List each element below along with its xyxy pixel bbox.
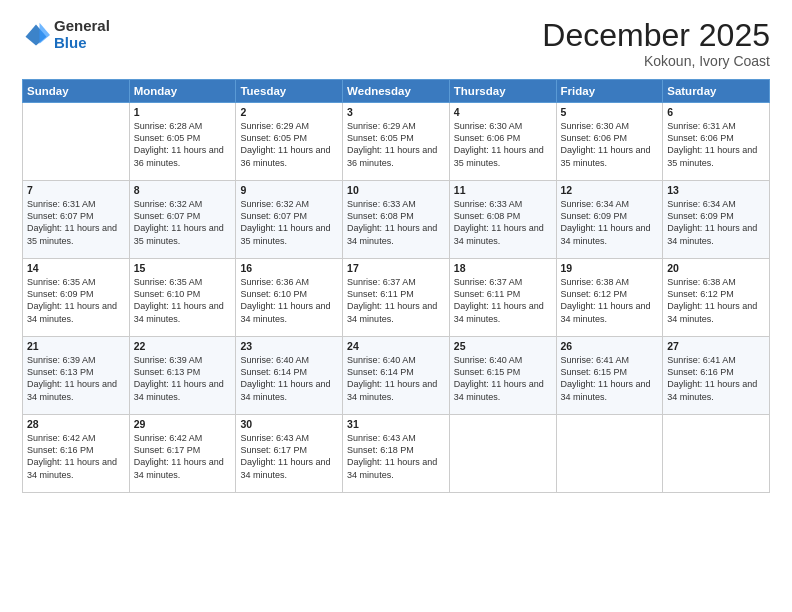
day-number: 5 [561, 106, 659, 118]
calendar-cell: 22 Sunrise: 6:39 AMSunset: 6:13 PMDaylig… [129, 337, 236, 415]
calendar-cell: 2 Sunrise: 6:29 AMSunset: 6:05 PMDayligh… [236, 103, 343, 181]
calendar-cell: 26 Sunrise: 6:41 AMSunset: 6:15 PMDaylig… [556, 337, 663, 415]
logo-text: General Blue [54, 18, 110, 51]
calendar-cell: 15 Sunrise: 6:35 AMSunset: 6:10 PMDaylig… [129, 259, 236, 337]
day-number: 2 [240, 106, 338, 118]
day-info: Sunrise: 6:30 AMSunset: 6:06 PMDaylight:… [561, 120, 659, 169]
day-info: Sunrise: 6:39 AMSunset: 6:13 PMDaylight:… [27, 354, 125, 403]
day-info: Sunrise: 6:28 AMSunset: 6:05 PMDaylight:… [134, 120, 232, 169]
calendar-cell: 19 Sunrise: 6:38 AMSunset: 6:12 PMDaylig… [556, 259, 663, 337]
calendar-week-row-2: 14 Sunrise: 6:35 AMSunset: 6:09 PMDaylig… [23, 259, 770, 337]
day-number: 11 [454, 184, 552, 196]
day-info: Sunrise: 6:40 AMSunset: 6:14 PMDaylight:… [347, 354, 445, 403]
day-number: 7 [27, 184, 125, 196]
calendar-cell: 31 Sunrise: 6:43 AMSunset: 6:18 PMDaylig… [343, 415, 450, 493]
day-number: 29 [134, 418, 232, 430]
calendar-cell [449, 415, 556, 493]
day-info: Sunrise: 6:32 AMSunset: 6:07 PMDaylight:… [240, 198, 338, 247]
day-info: Sunrise: 6:41 AMSunset: 6:16 PMDaylight:… [667, 354, 765, 403]
day-info: Sunrise: 6:41 AMSunset: 6:15 PMDaylight:… [561, 354, 659, 403]
location-subtitle: Kokoun, Ivory Coast [542, 53, 770, 69]
calendar-cell: 23 Sunrise: 6:40 AMSunset: 6:14 PMDaylig… [236, 337, 343, 415]
day-number: 18 [454, 262, 552, 274]
header-thursday: Thursday [449, 80, 556, 103]
day-number: 17 [347, 262, 445, 274]
logo-general-text: General [54, 18, 110, 35]
calendar-cell: 8 Sunrise: 6:32 AMSunset: 6:07 PMDayligh… [129, 181, 236, 259]
day-info: Sunrise: 6:32 AMSunset: 6:07 PMDaylight:… [134, 198, 232, 247]
header-wednesday: Wednesday [343, 80, 450, 103]
day-number: 10 [347, 184, 445, 196]
day-info: Sunrise: 6:38 AMSunset: 6:12 PMDaylight:… [667, 276, 765, 325]
header-friday: Friday [556, 80, 663, 103]
calendar-cell: 30 Sunrise: 6:43 AMSunset: 6:17 PMDaylig… [236, 415, 343, 493]
day-info: Sunrise: 6:34 AMSunset: 6:09 PMDaylight:… [667, 198, 765, 247]
calendar-cell: 1 Sunrise: 6:28 AMSunset: 6:05 PMDayligh… [129, 103, 236, 181]
calendar-cell: 21 Sunrise: 6:39 AMSunset: 6:13 PMDaylig… [23, 337, 130, 415]
calendar-cell: 27 Sunrise: 6:41 AMSunset: 6:16 PMDaylig… [663, 337, 770, 415]
calendar-cell: 16 Sunrise: 6:36 AMSunset: 6:10 PMDaylig… [236, 259, 343, 337]
calendar-week-row-0: 1 Sunrise: 6:28 AMSunset: 6:05 PMDayligh… [23, 103, 770, 181]
calendar-cell: 18 Sunrise: 6:37 AMSunset: 6:11 PMDaylig… [449, 259, 556, 337]
day-info: Sunrise: 6:40 AMSunset: 6:14 PMDaylight:… [240, 354, 338, 403]
calendar-cell [556, 415, 663, 493]
calendar-cell [663, 415, 770, 493]
day-info: Sunrise: 6:37 AMSunset: 6:11 PMDaylight:… [347, 276, 445, 325]
calendar-cell: 9 Sunrise: 6:32 AMSunset: 6:07 PMDayligh… [236, 181, 343, 259]
calendar-cell: 20 Sunrise: 6:38 AMSunset: 6:12 PMDaylig… [663, 259, 770, 337]
calendar-cell: 24 Sunrise: 6:40 AMSunset: 6:14 PMDaylig… [343, 337, 450, 415]
calendar-cell: 5 Sunrise: 6:30 AMSunset: 6:06 PMDayligh… [556, 103, 663, 181]
day-number: 22 [134, 340, 232, 352]
logo: General Blue [22, 18, 110, 51]
month-title: December 2025 [542, 18, 770, 53]
calendar-cell: 29 Sunrise: 6:42 AMSunset: 6:17 PMDaylig… [129, 415, 236, 493]
day-number: 26 [561, 340, 659, 352]
calendar-week-row-1: 7 Sunrise: 6:31 AMSunset: 6:07 PMDayligh… [23, 181, 770, 259]
day-number: 27 [667, 340, 765, 352]
day-info: Sunrise: 6:43 AMSunset: 6:18 PMDaylight:… [347, 432, 445, 481]
day-info: Sunrise: 6:38 AMSunset: 6:12 PMDaylight:… [561, 276, 659, 325]
weekday-header-row: Sunday Monday Tuesday Wednesday Thursday… [23, 80, 770, 103]
day-info: Sunrise: 6:43 AMSunset: 6:17 PMDaylight:… [240, 432, 338, 481]
logo-icon [22, 21, 50, 49]
calendar-cell: 4 Sunrise: 6:30 AMSunset: 6:06 PMDayligh… [449, 103, 556, 181]
day-info: Sunrise: 6:31 AMSunset: 6:06 PMDaylight:… [667, 120, 765, 169]
header-monday: Monday [129, 80, 236, 103]
day-info: Sunrise: 6:35 AMSunset: 6:10 PMDaylight:… [134, 276, 232, 325]
calendar-cell: 25 Sunrise: 6:40 AMSunset: 6:15 PMDaylig… [449, 337, 556, 415]
day-number: 21 [27, 340, 125, 352]
day-info: Sunrise: 6:30 AMSunset: 6:06 PMDaylight:… [454, 120, 552, 169]
calendar-cell: 11 Sunrise: 6:33 AMSunset: 6:08 PMDaylig… [449, 181, 556, 259]
calendar-cell: 7 Sunrise: 6:31 AMSunset: 6:07 PMDayligh… [23, 181, 130, 259]
day-info: Sunrise: 6:42 AMSunset: 6:17 PMDaylight:… [134, 432, 232, 481]
calendar-cell: 10 Sunrise: 6:33 AMSunset: 6:08 PMDaylig… [343, 181, 450, 259]
header-saturday: Saturday [663, 80, 770, 103]
day-number: 30 [240, 418, 338, 430]
day-info: Sunrise: 6:37 AMSunset: 6:11 PMDaylight:… [454, 276, 552, 325]
day-number: 24 [347, 340, 445, 352]
day-info: Sunrise: 6:33 AMSunset: 6:08 PMDaylight:… [347, 198, 445, 247]
calendar-week-row-4: 28 Sunrise: 6:42 AMSunset: 6:16 PMDaylig… [23, 415, 770, 493]
calendar-cell: 6 Sunrise: 6:31 AMSunset: 6:06 PMDayligh… [663, 103, 770, 181]
header-tuesday: Tuesday [236, 80, 343, 103]
day-info: Sunrise: 6:31 AMSunset: 6:07 PMDaylight:… [27, 198, 125, 247]
day-info: Sunrise: 6:42 AMSunset: 6:16 PMDaylight:… [27, 432, 125, 481]
logo-blue-text: Blue [54, 35, 110, 52]
header: General Blue December 2025 Kokoun, Ivory… [22, 18, 770, 69]
day-info: Sunrise: 6:29 AMSunset: 6:05 PMDaylight:… [240, 120, 338, 169]
calendar-cell [23, 103, 130, 181]
day-number: 31 [347, 418, 445, 430]
day-number: 4 [454, 106, 552, 118]
day-number: 13 [667, 184, 765, 196]
day-number: 1 [134, 106, 232, 118]
title-block: December 2025 Kokoun, Ivory Coast [542, 18, 770, 69]
day-number: 25 [454, 340, 552, 352]
calendar-week-row-3: 21 Sunrise: 6:39 AMSunset: 6:13 PMDaylig… [23, 337, 770, 415]
day-info: Sunrise: 6:36 AMSunset: 6:10 PMDaylight:… [240, 276, 338, 325]
calendar-cell: 17 Sunrise: 6:37 AMSunset: 6:11 PMDaylig… [343, 259, 450, 337]
day-number: 16 [240, 262, 338, 274]
day-number: 23 [240, 340, 338, 352]
calendar-table: Sunday Monday Tuesday Wednesday Thursday… [22, 79, 770, 493]
svg-marker-1 [40, 22, 51, 43]
day-number: 12 [561, 184, 659, 196]
